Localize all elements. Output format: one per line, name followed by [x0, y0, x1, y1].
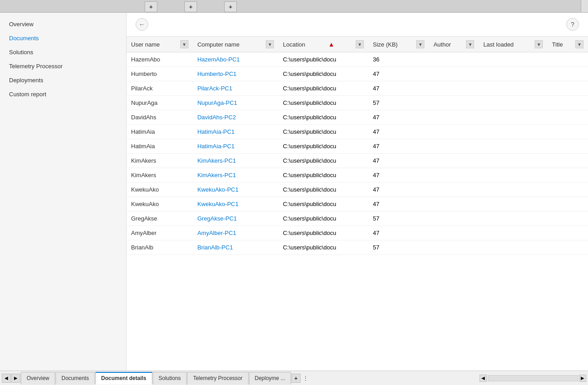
cell-author [429, 81, 479, 96]
table-row: KwekuAkoKwekuAko-PC1C:\users\public\docu… [127, 183, 588, 197]
sidebar-item-deployments[interactable]: Deployments [0, 73, 126, 87]
add-tab-button[interactable]: + [292, 374, 301, 383]
scrollbar-left-button[interactable]: ◀ [480, 375, 487, 382]
table-row: KimAkersKimAkers-PC1C:\users\public\docu… [127, 168, 588, 183]
cell-computername: HatimAia-PC1 [193, 139, 278, 154]
cell-last-loaded [479, 226, 547, 240]
cell-last-loaded [479, 110, 547, 125]
cell-username: HazemAbo [127, 52, 193, 67]
sidebar-item-overview[interactable]: Overview [0, 17, 126, 31]
scrollbar-right-button[interactable]: ▶ [579, 375, 586, 382]
content-panel: ← ? User name▼Computer name▼Location▲▼Si… [127, 13, 588, 371]
cell-size: 47 [368, 226, 429, 240]
sidebar-item-solutions[interactable]: Solutions [0, 45, 126, 59]
cell-author [429, 154, 479, 168]
top-add-tab-3[interactable]: + [224, 1, 237, 12]
cell-username: HatimAia [127, 125, 193, 139]
help-button[interactable]: ? [566, 18, 579, 31]
cell-computername: Humberto-PC1 [193, 67, 278, 81]
cell-last-loaded [479, 211, 547, 226]
cell-last-loaded [479, 67, 547, 81]
tab-document-details[interactable]: Document details [95, 372, 152, 385]
table-row: KimAkersKimAkers-PC1C:\users\public\docu… [127, 154, 588, 168]
col-header-user-name: User name▼ [127, 37, 193, 52]
cell-last-loaded [479, 139, 547, 154]
cell-last-loaded [479, 183, 547, 197]
scroll-left-button[interactable]: ◀ [2, 374, 11, 383]
cell-last-loaded [479, 240, 547, 255]
cell-author [429, 139, 479, 154]
cell-computername: KimAkers-PC1 [193, 154, 278, 168]
sidebar-item-custom-report[interactable]: Custom report [0, 87, 126, 101]
cell-username: KwekuAko [127, 183, 193, 197]
cell-author [429, 110, 479, 125]
cell-author [429, 67, 479, 81]
cell-username: DavidAhs [127, 110, 193, 125]
cell-size: 47 [368, 197, 429, 211]
tab-telemetry[interactable]: Telemetry Processor [187, 372, 248, 385]
col-header-last-loaded: Last loaded▼ [479, 37, 547, 52]
filter-btn-location[interactable]: ▼ [356, 40, 364, 48]
cell-title [547, 81, 588, 96]
cell-size: 47 [368, 183, 429, 197]
cell-title [547, 226, 588, 240]
top-add-tab-1[interactable]: + [145, 1, 157, 12]
data-table-wrapper: User name▼Computer name▼Location▲▼Size (… [127, 37, 588, 371]
cell-location: C:\users\public\docu [278, 110, 368, 125]
cell-location: C:\users\public\docu [278, 183, 368, 197]
cell-last-loaded [479, 125, 547, 139]
tab-solutions[interactable]: Solutions [153, 372, 187, 385]
cell-last-loaded [479, 52, 547, 67]
sidebar-item-telemetry-processor[interactable]: Telemetry Processor [0, 59, 126, 73]
cell-computername: KwekuAko-PC1 [193, 197, 278, 211]
cell-location: C:\users\public\docu [278, 96, 368, 110]
back-button[interactable]: ← [136, 18, 148, 31]
bottom-tab-bar: ◀ ▶ OverviewDocumentsDocument detailsSol… [0, 371, 588, 385]
cell-last-loaded [479, 168, 547, 183]
cell-title [547, 154, 588, 168]
cell-username: HatimAia [127, 139, 193, 154]
cell-size: 57 [368, 211, 429, 226]
sidebar-item-documents[interactable]: Documents [0, 31, 126, 45]
cell-computername: HatimAia-PC1 [193, 125, 278, 139]
scroll-right-button[interactable]: ▶ [11, 374, 20, 383]
cell-username: Humberto [127, 67, 193, 81]
filter-btn-size[interactable]: ▼ [416, 40, 424, 48]
cell-username: KimAkers [127, 154, 193, 168]
cell-size: 57 [368, 96, 429, 110]
cell-title [547, 197, 588, 211]
more-tabs-button[interactable]: ⋮ [301, 374, 310, 382]
tab-overview[interactable]: Overview [21, 372, 55, 385]
cell-location: C:\users\public\docu [278, 67, 368, 81]
cell-computername: KimAkers-PC1 [193, 168, 278, 183]
filter-btn-user-name[interactable]: ▼ [180, 40, 188, 48]
table-row: BrianAlbBrianAlb-PC1C:\users\public\docu… [127, 240, 588, 255]
filter-btn-computer-name[interactable]: ▼ [266, 40, 274, 48]
top-add-tab-2[interactable]: + [184, 1, 197, 12]
cell-location: C:\users\public\docu [278, 81, 368, 96]
table-row: HatimAiaHatimAia-PC1C:\users\public\docu… [127, 139, 588, 154]
back-icon: ← [139, 21, 145, 28]
scrollbar-track[interactable] [488, 375, 578, 381]
filter-btn-last-loaded[interactable]: ▼ [535, 40, 543, 48]
cell-username: BrianAlb [127, 240, 193, 255]
filter-btn-title[interactable]: ▼ [575, 40, 583, 48]
help-icon: ? [571, 21, 574, 28]
cell-title [547, 52, 588, 67]
cell-size: 36 [368, 52, 429, 67]
cell-computername: KwekuAko-PC1 [193, 183, 278, 197]
tab-deployments[interactable]: Deployme ... [249, 372, 291, 385]
cell-computername: BrianAlb-PC1 [193, 240, 278, 255]
cell-computername: GregAkse-PC1 [193, 211, 278, 226]
cell-location: C:\users\public\docu [278, 168, 368, 183]
table-row: HazemAboHazemAbo-PC1C:\users\public\docu… [127, 52, 588, 67]
sidebar: OverviewDocumentsSolutionsTelemetry Proc… [0, 13, 127, 371]
cell-author [429, 197, 479, 211]
cell-size: 57 [368, 240, 429, 255]
cell-size: 47 [368, 154, 429, 168]
col-header-location: Location▲▼ [278, 37, 368, 52]
cell-author [429, 226, 479, 240]
cell-computername: NupurAga-PC1 [193, 96, 278, 110]
tab-documents[interactable]: Documents [56, 372, 95, 385]
filter-btn-author[interactable]: ▼ [466, 40, 474, 48]
